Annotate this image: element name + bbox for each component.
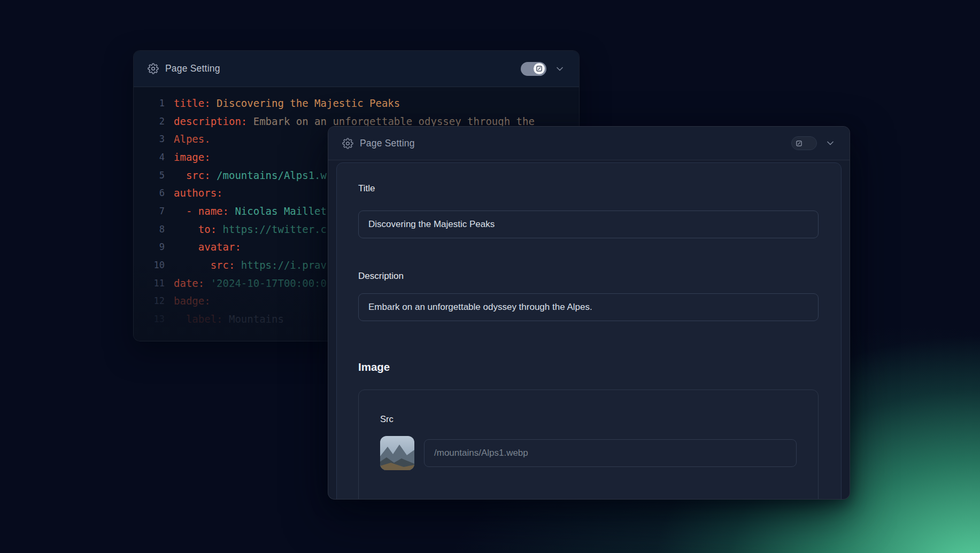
form-card: Title Description Image Src bbox=[336, 162, 842, 500]
line-number: 10 bbox=[134, 260, 165, 270]
code-line-text: avatar: bbox=[174, 241, 241, 253]
code-line-text: to: https://twitter.c bbox=[174, 223, 327, 235]
header-actions bbox=[521, 62, 565, 76]
mountain-photo-thumbnail[interactable] bbox=[380, 436, 414, 470]
title-input[interactable] bbox=[358, 211, 819, 238]
edit-square-icon bbox=[534, 63, 545, 74]
code-line-text: badge: bbox=[174, 295, 211, 307]
code-line-text: date: '2024-10-17T00:00:0 bbox=[174, 277, 327, 289]
code-line-text: authors: bbox=[174, 187, 223, 199]
line-number: 9 bbox=[134, 242, 165, 252]
line-number: 12 bbox=[134, 295, 165, 306]
code-line-text: - name: Nicolas Maillet bbox=[174, 205, 327, 217]
chevron-down-icon[interactable] bbox=[554, 64, 565, 74]
desktop-background: Page Setting 1title: Discovering the Maj… bbox=[0, 0, 980, 553]
code-line-text: description: Embark on an unforgettable … bbox=[174, 115, 535, 127]
page-setting-form-panel: Page Setting Title Description Image Src bbox=[328, 126, 850, 500]
image-group: Src bbox=[358, 390, 819, 500]
line-number: 8 bbox=[134, 224, 165, 235]
code-view-toggle[interactable] bbox=[521, 62, 546, 76]
line-number: 6 bbox=[134, 188, 165, 198]
description-label: Description bbox=[358, 271, 404, 282]
chevron-down-icon[interactable] bbox=[825, 138, 836, 149]
description-input[interactable] bbox=[358, 293, 819, 321]
header-actions bbox=[791, 136, 836, 150]
line-number: 2 bbox=[134, 116, 165, 127]
image-heading: Image bbox=[358, 361, 390, 373]
code-line-text: Alpes. bbox=[174, 133, 211, 145]
code-line: 1title: Discovering the Majestic Peaks bbox=[134, 94, 579, 112]
line-number: 4 bbox=[134, 152, 165, 162]
code-panel-header: Page Setting bbox=[134, 51, 579, 87]
src-row bbox=[380, 436, 797, 470]
code-line-text: label: Mountains bbox=[174, 313, 284, 325]
gear-icon bbox=[342, 138, 353, 149]
code-line-text: title: Discovering the Majestic Peaks bbox=[174, 97, 400, 109]
code-line-text: src: /mountains/Alps1.w bbox=[174, 169, 327, 181]
line-number: 11 bbox=[134, 278, 165, 289]
title-label: Title bbox=[358, 183, 375, 194]
line-number: 3 bbox=[134, 134, 165, 144]
line-number: 13 bbox=[134, 314, 165, 324]
panel-title: Page Setting bbox=[165, 63, 220, 74]
code-view-toggle[interactable] bbox=[791, 136, 817, 150]
line-number: 7 bbox=[134, 206, 165, 216]
line-number: 1 bbox=[134, 98, 165, 108]
edit-square-icon bbox=[793, 138, 804, 149]
line-number: 5 bbox=[134, 170, 165, 181]
code-line-text: image: bbox=[174, 151, 211, 163]
src-input[interactable] bbox=[424, 439, 797, 467]
form-panel-header: Page Setting bbox=[328, 127, 850, 160]
code-line-text: src: https://i.prav bbox=[174, 259, 327, 271]
panel-title: Page Setting bbox=[360, 138, 415, 149]
gear-icon bbox=[148, 63, 159, 74]
src-label: Src bbox=[380, 414, 393, 424]
